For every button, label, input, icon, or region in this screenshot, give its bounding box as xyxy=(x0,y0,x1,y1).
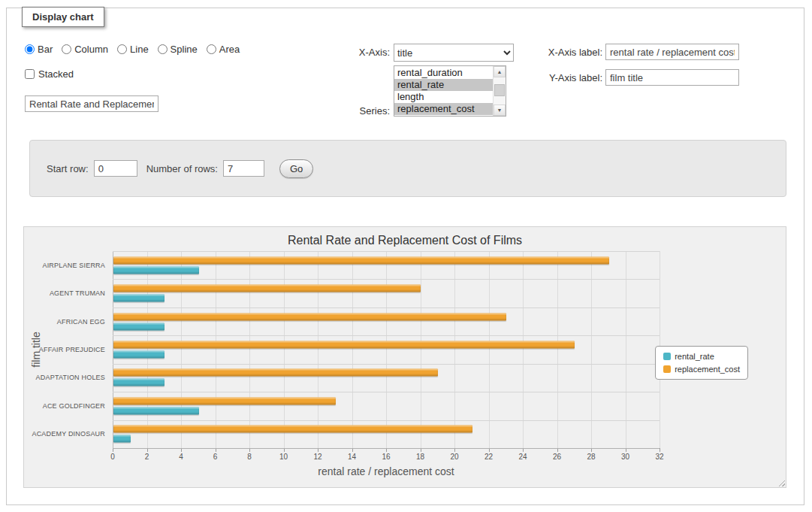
x-tick-label: 26 xyxy=(553,453,561,461)
x-tick-label: 4 xyxy=(179,453,183,461)
series-option-replacement_cost[interactable]: replacement_cost xyxy=(394,103,493,115)
chart-title: Rental Rate and Replacement Cost of Film… xyxy=(24,234,786,247)
x-tick-label: 14 xyxy=(348,453,356,461)
chart-legend: rental_ratereplacement_cost xyxy=(655,346,748,380)
bar-replacement_cost xyxy=(113,369,438,377)
series-field-label: Series: xyxy=(330,105,390,117)
resize-handle-icon[interactable] xyxy=(777,478,785,486)
series-options: rental_durationrental_ratelengthreplacem… xyxy=(394,66,493,116)
x-tick-label: 28 xyxy=(587,453,595,461)
listbox-scrollbar[interactable]: ▲ ▼ xyxy=(493,66,506,116)
x-tick-label: 18 xyxy=(416,453,424,461)
stacked-checkbox[interactable] xyxy=(25,69,35,79)
x-axis-select[interactable]: title xyxy=(394,44,514,62)
bar-rental_rate xyxy=(113,379,165,386)
bar-rental_rate xyxy=(113,295,165,302)
scrollbar-track[interactable] xyxy=(494,77,506,105)
x-tick-label: 6 xyxy=(213,453,218,461)
bar-rental_rate xyxy=(113,266,199,274)
chart-type-option-column[interactable]: Column xyxy=(62,44,108,55)
series-option-rental_rate[interactable]: rental_rate xyxy=(394,79,493,91)
category-label: AGENT TRUMAN xyxy=(27,289,105,297)
x-tick-label: 2 xyxy=(145,453,149,461)
series-option-rental_duration[interactable]: rental_duration xyxy=(394,67,493,79)
category-band xyxy=(113,335,660,363)
x-axis-title: rental rate / replacement cost xyxy=(113,465,660,477)
chart-type-radio[interactable] xyxy=(62,44,71,54)
category-axis-labels: AIRPLANE SIERRAAGENT TRUMANAFRICAN EGGAF… xyxy=(27,251,110,448)
chart-title-input[interactable] xyxy=(25,95,158,112)
legend-label: replacement_cost xyxy=(675,365,740,374)
chart-type-option-bar[interactable]: Bar xyxy=(25,44,53,55)
chart-type-label: Area xyxy=(219,44,240,55)
chart-type-label: Bar xyxy=(38,44,53,55)
bar-replacement_cost xyxy=(113,341,575,348)
bar-rental_rate xyxy=(113,323,165,330)
go-button[interactable]: Go xyxy=(279,159,313,178)
chart-type-option-line[interactable]: Line xyxy=(117,44,149,55)
bar-rental_rate xyxy=(113,350,165,358)
series-listbox[interactable]: rental_durationrental_ratelengthreplacem… xyxy=(394,65,506,117)
x-tick-label: 16 xyxy=(382,453,390,461)
legend-label: rental_rate xyxy=(675,352,714,361)
x-tick-label: 30 xyxy=(621,453,629,461)
gridline xyxy=(113,448,660,449)
chart-container: Rental Rate and Replacement Cost of Film… xyxy=(23,226,786,488)
chart-type-label: Spline xyxy=(171,44,198,55)
x-tick-label: 8 xyxy=(247,453,252,461)
category-label: AFFAIR PREJUDICE xyxy=(27,346,105,353)
bar-series xyxy=(113,251,660,448)
chart-type-label: Line xyxy=(130,44,149,55)
chart-type-option-area[interactable]: Area xyxy=(207,44,240,55)
chart-type-options: BarColumnLineSplineArea xyxy=(25,44,249,56)
category-band xyxy=(113,392,660,420)
x-axis-field-label: X-Axis: xyxy=(330,47,390,58)
row-controls-panel: Start row: Number of rows: Go xyxy=(29,140,786,197)
bar-rental_rate xyxy=(113,407,199,414)
start-row-input[interactable] xyxy=(94,160,137,177)
bar-rental_rate xyxy=(113,435,131,443)
chart-type-radio[interactable] xyxy=(207,44,216,54)
chart-type-radio[interactable] xyxy=(25,44,35,54)
chart-type-radio[interactable] xyxy=(158,44,168,54)
x-tick-label: 24 xyxy=(518,453,527,461)
scrollbar-thumb[interactable] xyxy=(494,84,505,96)
start-row-label: Start row: xyxy=(47,163,89,174)
chart-type-option-spline[interactable]: Spline xyxy=(158,44,198,55)
scroll-down-icon[interactable]: ▼ xyxy=(494,105,506,116)
stacked-label: Stacked xyxy=(38,68,74,80)
category-label: AIRPLANE SIERRA xyxy=(27,262,105,269)
bar-replacement_cost xyxy=(113,285,421,292)
chart-type-radio[interactable] xyxy=(117,44,127,54)
number-of-rows-input[interactable] xyxy=(223,160,264,177)
category-label: ACADEMY DINOSAUR xyxy=(27,430,105,438)
bar-replacement_cost xyxy=(113,397,336,404)
y-axis-label-field-label: Y-Axis label: xyxy=(535,72,602,83)
legend-swatch-icon xyxy=(663,365,671,373)
x-tick-label: 22 xyxy=(484,453,493,461)
x-axis-label-field-label: X-Axis label: xyxy=(535,47,602,58)
scroll-up-icon[interactable]: ▲ xyxy=(494,66,506,77)
x-tick-label: 32 xyxy=(655,453,663,461)
category-label: AFRICAN EGG xyxy=(27,318,105,326)
legend-item-replacement_cost[interactable]: replacement_cost xyxy=(663,365,740,374)
series-option-length[interactable]: length xyxy=(394,91,493,103)
x-tick-label: 20 xyxy=(450,453,458,461)
stacked-option[interactable]: Stacked xyxy=(25,68,74,80)
legend-swatch-icon xyxy=(663,353,671,360)
tick-mark xyxy=(660,448,660,452)
plot-area xyxy=(113,251,660,448)
y-axis-label-input[interactable] xyxy=(605,69,739,86)
category-band xyxy=(113,420,660,448)
category-label: ADAPTATION HOLES xyxy=(27,374,105,381)
category-band xyxy=(113,308,660,335)
x-tick-label: 10 xyxy=(279,453,288,461)
category-label: ACE GOLDFINGER xyxy=(27,402,105,410)
x-axis-label-input[interactable] xyxy=(605,44,739,60)
legend-item-rental_rate[interactable]: rental_rate xyxy=(663,352,740,361)
bar-replacement_cost xyxy=(113,313,506,320)
category-band xyxy=(113,279,660,307)
x-tick-label: 12 xyxy=(313,453,321,461)
display-chart-panel: Display chart BarColumnLineSplineArea St… xyxy=(6,8,804,505)
chart-type-label: Column xyxy=(74,44,108,55)
